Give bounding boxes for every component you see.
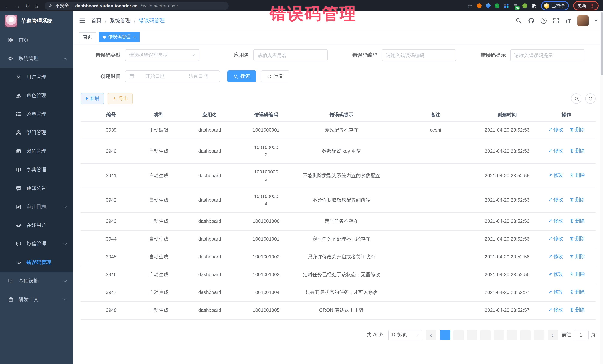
chrome-update-button[interactable]: 更新 ⋮	[573, 1, 599, 10]
delete-link[interactable]: 删除	[570, 126, 585, 133]
sidebar-item-sms-management[interactable]: 短信管理	[0, 235, 73, 253]
breadcrumb-item-error-code[interactable]: 错误码管理	[139, 17, 165, 24]
edit-link[interactable]: 修改	[548, 147, 563, 154]
search-button[interactable]: 搜索	[227, 70, 256, 82]
page-button-4[interactable]	[480, 330, 490, 340]
edit-link[interactable]: 修改	[548, 235, 563, 243]
delete-link[interactable]: 删除	[570, 271, 585, 278]
chevron-down-icon	[191, 53, 195, 58]
browser-menu-icon[interactable]: ⋮	[590, 3, 594, 9]
refresh-table-button[interactable]	[585, 93, 596, 104]
emoji-extension-icon	[544, 3, 549, 8]
goto-page-input[interactable]	[573, 330, 588, 340]
sidebar-item-user-management[interactable]: 用户管理	[0, 68, 73, 86]
page-button-1[interactable]	[440, 330, 450, 340]
edit-link[interactable]: 修改	[548, 288, 563, 296]
sidebar-item-infrastructure[interactable]: 基础设施	[0, 272, 73, 290]
scrollbar-thumb[interactable]	[601, 12, 603, 75]
page-scrollbar[interactable]	[600, 11, 603, 364]
delete-link[interactable]: 删除	[570, 235, 585, 243]
extension-icon-orange[interactable]	[477, 3, 482, 8]
delete-link[interactable]: 删除	[570, 306, 585, 314]
tab-home[interactable]: 首页	[79, 32, 96, 42]
sidebar-item-dept-management[interactable]: 部门管理	[0, 123, 73, 142]
hide-search-button[interactable]	[571, 93, 581, 104]
browser-back-icon[interactable]: ←	[4, 3, 10, 9]
sidebar-item-notice[interactable]: 通知公告	[0, 179, 73, 198]
extension-icon-list-on[interactable]: on	[513, 3, 518, 8]
sidebar-item-dict-management[interactable]: 字典管理	[0, 161, 73, 179]
tab-error-code[interactable]: 错误码管理 ×	[99, 32, 140, 42]
book-icon	[16, 167, 22, 172]
sidebar-item-dev-tools[interactable]: 研发工具	[0, 290, 73, 309]
delete-link[interactable]: 删除	[570, 217, 585, 225]
bookmark-star-icon[interactable]: ☆	[467, 3, 472, 9]
delete-link[interactable]: 删除	[570, 172, 585, 179]
browser-home-icon[interactable]: ⌂	[35, 3, 38, 9]
page-size-select[interactable]: 10条/页	[388, 330, 422, 340]
sidebar-item-error-code-management[interactable]: </> 错误码管理	[0, 253, 73, 272]
page-button-5[interactable]	[493, 330, 504, 340]
extension-paused-pill[interactable]: 已暂停	[541, 1, 569, 10]
delete-link[interactable]: 删除	[570, 253, 585, 260]
browser-reload-icon[interactable]: ↻	[25, 3, 30, 9]
sidebar-item-system-management[interactable]: 系统管理	[0, 49, 73, 68]
extension-icon-key[interactable]	[522, 3, 527, 8]
edit-link[interactable]: 修改	[548, 172, 563, 179]
github-icon[interactable]	[528, 17, 534, 24]
ext-check-icon: ✓	[495, 3, 499, 8]
page-button-6[interactable]	[507, 330, 517, 340]
delete-link[interactable]: 删除	[570, 196, 585, 203]
edit-link[interactable]: 修改	[548, 196, 563, 203]
app-name-input[interactable]	[257, 53, 324, 58]
breadcrumb-item-system[interactable]: 系统管理 /	[110, 17, 139, 24]
search-icon[interactable]	[515, 17, 522, 24]
paused-label: 已暂停	[551, 3, 565, 9]
error-code-input[interactable]	[386, 53, 452, 58]
error-message-input[interactable]	[514, 53, 580, 58]
edit-link[interactable]: 修改	[548, 271, 563, 278]
extension-icon-green-check[interactable]: ✓	[495, 3, 499, 8]
extension-icon-gem[interactable]	[486, 4, 490, 8]
user-avatar[interactable]	[578, 15, 589, 26]
sidebar-item-menu-management[interactable]: 菜单管理	[0, 105, 73, 123]
add-button[interactable]: + 新增	[81, 93, 104, 104]
delete-link[interactable]: 删除	[570, 288, 585, 296]
font-size-icon[interactable]: тT	[566, 18, 571, 23]
error-code-type-select[interactable]: 请选择错误码类型	[125, 49, 199, 61]
reset-button[interactable]: 重置	[261, 70, 290, 82]
page-suffix: 页	[591, 332, 596, 338]
sidebar-item-home[interactable]: 首页	[0, 31, 73, 49]
sidebar-logo-row[interactable]: 芋道管理系统	[0, 11, 73, 31]
delete-link[interactable]: 删除	[570, 147, 585, 154]
avatar-caret-down-icon[interactable]: ▾	[595, 18, 597, 23]
tab-close-icon[interactable]: ×	[133, 35, 136, 39]
edit-link[interactable]: 修改	[548, 126, 563, 133]
sidebar-item-online-users[interactable]: 在线用户	[0, 216, 73, 235]
extension-icon-grid[interactable]	[504, 3, 509, 8]
help-icon[interactable]: ?	[541, 18, 547, 23]
page-button-3[interactable]	[467, 330, 477, 340]
sidebar-item-post-management[interactable]: 岗位管理	[0, 142, 73, 161]
edit-link[interactable]: 修改	[548, 306, 563, 314]
sidebar-toggle-icon[interactable]	[79, 17, 85, 24]
extension-icon-puzzle[interactable]	[532, 3, 537, 8]
browser-forward-icon[interactable]: →	[15, 3, 20, 9]
edit-link[interactable]: 修改	[548, 217, 563, 225]
fullscreen-icon[interactable]	[553, 17, 559, 24]
download-icon	[113, 96, 117, 101]
page-button-8[interactable]	[533, 330, 544, 340]
export-button[interactable]: 导出	[108, 93, 133, 104]
date-range-picker[interactable]: 开始日期 - 结束日期	[125, 70, 220, 82]
prev-page-button[interactable]: ‹	[426, 330, 436, 340]
breadcrumb: 首页 / 系统管理 / 错误码管理	[91, 17, 165, 24]
page-button-2[interactable]	[453, 330, 464, 340]
sidebar-item-role-management[interactable]: 角色管理	[0, 86, 73, 105]
next-page-button[interactable]: ›	[547, 330, 558, 340]
edit-link[interactable]: 修改	[548, 253, 563, 260]
table-tools	[571, 93, 596, 104]
breadcrumb-item-home[interactable]: 首页 /	[91, 17, 110, 24]
sidebar-item-audit-log[interactable]: 审计日志	[0, 198, 73, 216]
address-bar[interactable]: ⚠ 不安全 dashboard.yudao.iocoder.cn/system/…	[44, 2, 228, 10]
page-button-more[interactable]	[520, 330, 531, 340]
